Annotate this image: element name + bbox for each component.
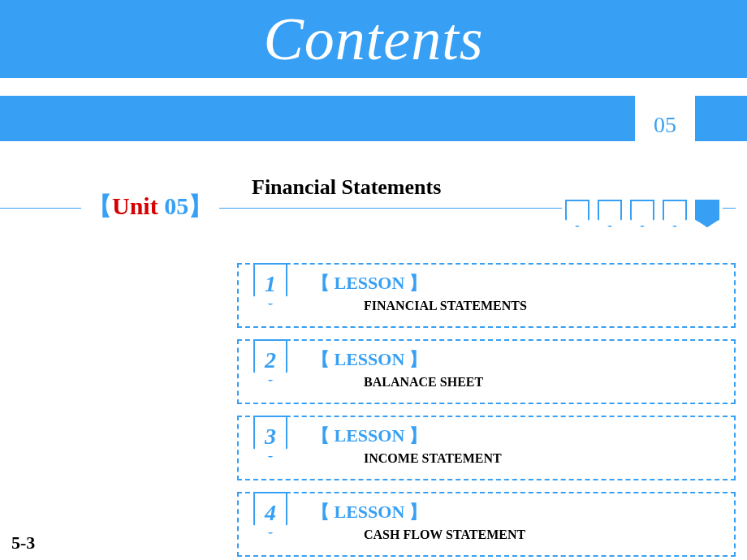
shield-icon-filled: [695, 200, 719, 227]
unit-badge-number: 05: [654, 112, 676, 138]
lesson-number: 2: [265, 347, 276, 373]
section-title: Financial Statements: [252, 175, 447, 205]
lesson-label: 【 LESSON 】: [312, 424, 734, 448]
lesson-description: CASH FLOW STATEMENT: [364, 528, 734, 542]
page-title: Contents: [0, 0, 747, 78]
accent-band: 05: [0, 96, 747, 141]
shield-icon: [598, 200, 622, 227]
unit-badge: 05: [635, 83, 695, 143]
unit-word: Unit: [112, 192, 164, 219]
lesson-number: 3: [265, 424, 276, 450]
lessons-list: 1 【 LESSON 】 FINANCIAL STATEMENTS 2 【 LE…: [237, 263, 736, 557]
lesson-description: BALANACE SHEET: [364, 375, 734, 390]
lesson-number: 4: [265, 500, 276, 526]
lesson-number-badge: 2: [253, 339, 287, 381]
progress-shields: [562, 200, 723, 227]
shield-icon: [630, 200, 654, 227]
unit-number: 05: [164, 192, 188, 219]
lesson-label: 【 LESSON 】: [312, 500, 734, 524]
lesson-description: FINANCIAL STATEMENTS: [364, 299, 734, 313]
lesson-label: 【 LESSON 】: [312, 347, 734, 372]
unit-label: 【Unit 05】: [81, 190, 219, 223]
bracket-right: 】: [188, 192, 213, 219]
lesson-number-badge: 4: [253, 492, 287, 534]
lesson-label: 【 LESSON 】: [312, 271, 734, 295]
lesson-item: 4 【 LESSON 】 CASH FLOW STATEMENT: [237, 492, 736, 557]
shield-icon: [663, 200, 687, 227]
lesson-number: 1: [265, 271, 276, 297]
lesson-number-badge: 3: [253, 416, 287, 458]
header-band: Contents: [0, 0, 747, 78]
lesson-number-badge: 1: [253, 263, 287, 305]
lesson-description: INCOME STATEMENT: [364, 451, 734, 466]
section-header-row: 【Unit 05】 Financial Statements: [0, 182, 747, 247]
bracket-left: 【: [88, 192, 112, 219]
page-number: 5-3: [11, 532, 35, 554]
lesson-item: 2 【 LESSON 】 BALANACE SHEET: [237, 339, 736, 404]
shield-icon: [565, 200, 589, 227]
lesson-item: 3 【 LESSON 】 INCOME STATEMENT: [237, 416, 736, 480]
lesson-item: 1 【 LESSON 】 FINANCIAL STATEMENTS: [237, 263, 736, 328]
